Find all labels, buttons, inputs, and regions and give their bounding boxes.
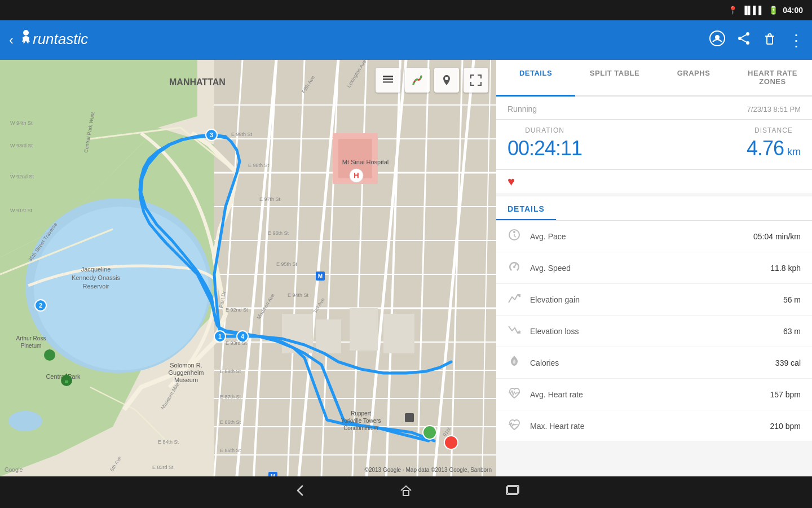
svg-text:Museum: Museum bbox=[174, 376, 198, 383]
bottom-nav bbox=[0, 476, 812, 508]
svg-line-7 bbox=[742, 35, 747, 38]
svg-text:Guggenheim: Guggenheim bbox=[169, 369, 204, 376]
svg-text:E 96th St: E 96th St bbox=[268, 230, 289, 236]
svg-rect-109 bbox=[47, 353, 52, 358]
svg-rect-125 bbox=[403, 491, 409, 496]
tab-details[interactable]: DETAILS bbox=[496, 60, 575, 97]
signal-icon: ▐▌▌▌ bbox=[742, 6, 765, 15]
avg-pace-row: Avg. Pace 05:04 min/km bbox=[496, 221, 812, 252]
tab-heart-rate-zones[interactable]: HEART RATE ZONES bbox=[733, 60, 812, 97]
heart-icon: ♥ bbox=[508, 174, 515, 189]
max-heart-rate-row: Max. Heart rate 210 bpm bbox=[496, 410, 812, 442]
status-bar: 📍 ▐▌▌▌ 🔋 04:00 bbox=[0, 0, 812, 20]
tab-split-table[interactable]: SPLIT TABLE bbox=[575, 60, 654, 97]
svg-rect-119 bbox=[383, 81, 393, 83]
svg-text:E 94th St: E 94th St bbox=[288, 292, 309, 298]
heart-icon-row: ♥ bbox=[496, 170, 812, 194]
svg-text:Mt Sinai Hospital: Mt Sinai Hospital bbox=[342, 159, 389, 165]
svg-text:M: M bbox=[318, 273, 323, 279]
svg-rect-9 bbox=[767, 37, 773, 44]
svg-point-4 bbox=[746, 32, 749, 36]
svg-rect-112 bbox=[65, 380, 68, 383]
svg-point-58 bbox=[423, 426, 436, 439]
route-color-button[interactable] bbox=[405, 68, 430, 93]
svg-text:2: 2 bbox=[39, 302, 42, 309]
calories-value: 339 cal bbox=[775, 358, 801, 367]
svg-point-17 bbox=[34, 207, 209, 370]
tab-graphs[interactable]: GRAPHS bbox=[654, 60, 733, 97]
svg-text:E 85th St: E 85th St bbox=[220, 448, 241, 453]
svg-text:E 83rd St: E 83rd St bbox=[152, 465, 174, 470]
max-heart-rate-label: Max. Heart rate bbox=[530, 422, 770, 431]
svg-point-5 bbox=[746, 41, 749, 45]
svg-rect-120 bbox=[383, 76, 393, 77]
max-heart-rate-value: 210 bpm bbox=[770, 422, 801, 431]
svg-text:E 86th St: E 86th St bbox=[220, 419, 241, 425]
recent-nav-button[interactable] bbox=[504, 483, 520, 502]
svg-text:MANHATTAN: MANHATTAN bbox=[169, 77, 226, 87]
location-icon: 📍 bbox=[728, 6, 738, 15]
pin-button[interactable] bbox=[434, 68, 459, 93]
max-heart-rate-icon bbox=[508, 418, 524, 434]
avg-heart-rate-icon bbox=[508, 386, 524, 402]
svg-text:E 99th St: E 99th St bbox=[231, 132, 253, 137]
map-toolbar bbox=[376, 68, 488, 93]
svg-point-18 bbox=[8, 411, 42, 431]
distance-unit: km bbox=[787, 146, 801, 158]
avg-pace-label: Avg. Pace bbox=[530, 232, 753, 241]
details-title: DETAILS bbox=[496, 196, 556, 220]
svg-line-11 bbox=[768, 34, 769, 36]
back-button[interactable]: ‹ bbox=[9, 32, 14, 48]
avg-heart-rate-label: Avg. Heart rate bbox=[530, 390, 770, 399]
pace-icon bbox=[508, 228, 524, 244]
activity-type: Running bbox=[508, 104, 537, 113]
svg-text:W 94th St: W 94th St bbox=[10, 120, 33, 126]
elevation-gain-value: 56 m bbox=[783, 295, 801, 304]
distance-stat: DISTANCE 4.76 km bbox=[747, 126, 801, 160]
home-nav-button[interactable] bbox=[398, 483, 414, 502]
elevation-loss-row: Elevation loss 63 m bbox=[496, 316, 812, 347]
profile-icon[interactable] bbox=[709, 30, 725, 50]
top-bar-actions: ⋮ bbox=[709, 30, 803, 50]
svg-text:E 87th St: E 87th St bbox=[220, 394, 241, 400]
stats-block: DURATION 00:24:11 DISTANCE 4.76 km bbox=[496, 120, 812, 170]
svg-text:E 95th St: E 95th St bbox=[276, 261, 298, 267]
map-copyright: ©2013 Google · Map data ©2013 Google, Sa… bbox=[365, 467, 492, 473]
svg-text:W 92nd St: W 92nd St bbox=[10, 174, 34, 179]
fullscreen-button[interactable] bbox=[464, 68, 488, 93]
distance-value: 4.76 bbox=[747, 137, 784, 160]
svg-point-0 bbox=[23, 30, 29, 36]
layers-button[interactable] bbox=[376, 68, 400, 93]
svg-text:3: 3 bbox=[210, 132, 213, 138]
svg-line-8 bbox=[742, 40, 747, 42]
distance-label: DISTANCE bbox=[747, 126, 801, 134]
svg-point-3 bbox=[715, 35, 720, 40]
svg-text:Jacqueline: Jacqueline bbox=[81, 266, 111, 273]
svg-text:E 97th St: E 97th St bbox=[259, 196, 281, 202]
delete-icon[interactable] bbox=[762, 31, 777, 49]
svg-text:H: H bbox=[354, 171, 359, 179]
svg-text:Reservoir: Reservoir bbox=[82, 283, 109, 290]
svg-line-12 bbox=[771, 34, 771, 36]
duration-value: 00:24:11 bbox=[508, 137, 582, 160]
svg-point-123 bbox=[513, 231, 515, 233]
svg-rect-118 bbox=[383, 78, 393, 80]
main-content: 1 2 3 4 MANHATTAN W 94th St W 93rd St W … bbox=[0, 60, 812, 476]
more-options-icon[interactable]: ⋮ bbox=[788, 31, 803, 50]
svg-text:4: 4 bbox=[241, 333, 245, 340]
back-nav-button[interactable] bbox=[292, 483, 308, 502]
svg-text:runtastic: runtastic bbox=[33, 30, 88, 47]
svg-rect-48 bbox=[350, 308, 378, 351]
elevation-gain-row: Elevation gain 56 m bbox=[496, 284, 812, 316]
app-logo: runtastic bbox=[18, 27, 709, 54]
svg-point-6 bbox=[738, 37, 742, 40]
svg-point-59 bbox=[444, 436, 458, 449]
svg-text:1: 1 bbox=[218, 333, 222, 340]
right-panel: DETAILS SPLIT TABLE GRAPHS HEART RATE ZO… bbox=[496, 60, 812, 476]
svg-text:Solomon R.: Solomon R. bbox=[170, 362, 202, 369]
svg-text:W 91st St: W 91st St bbox=[10, 208, 33, 213]
share-icon[interactable] bbox=[736, 31, 751, 49]
svg-text:Yorkville Towers: Yorkville Towers bbox=[341, 418, 381, 424]
map-area[interactable]: 1 2 3 4 MANHATTAN W 94th St W 93rd St W … bbox=[0, 60, 496, 476]
status-time: 04:00 bbox=[783, 6, 803, 15]
